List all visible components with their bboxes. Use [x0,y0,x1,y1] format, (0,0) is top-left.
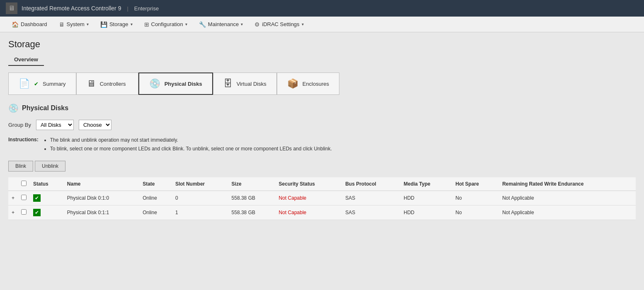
row-expand-0[interactable]: + [8,191,18,205]
row-status-1: ✔ [30,205,64,220]
table-row: + ✔ Physical Disk 0:1:1 Online 1 558.38 … [8,205,636,220]
tile-physical-disks-label: Physical Disks [165,81,202,87]
tile-physical-disks[interactable]: 💿 Physical Disks [138,72,213,95]
row-status-0: ✔ [30,191,64,205]
status-ok-icon-0: ✔ [33,194,41,202]
maintenance-chevron: ▾ [241,22,243,27]
row-security-0: Not Capable [276,191,342,205]
idrac-settings-chevron: ▾ [302,22,304,27]
col-security-status: Security Status [276,177,342,191]
row-checkbox-0[interactable] [21,195,27,200]
instructions-list: The blink and unblink operation may not … [43,137,332,154]
row-size-1: 558.38 GB [228,205,276,220]
page-content: Storage Overview 📄 ✔ Summary 🖥 Controlle… [0,32,644,227]
unblink-button[interactable]: Unblink [35,161,65,172]
tile-virtual-disks-label: Virtual Disks [237,81,266,87]
row-media-type-0: HDD [400,191,452,205]
row-slot-0: 0 [172,191,228,205]
tile-enclosures-label: Enclosures [303,81,329,87]
tile-controllers-label: Controllers [100,81,126,87]
nav-idrac-settings-label: iDRAC Settings [262,21,299,27]
tile-enclosures[interactable]: 📦 Enclosures [277,72,339,95]
row-name-1: Physical Disk 0:1:1 [64,205,139,220]
tile-summary[interactable]: 📄 ✔ Summary [8,72,76,95]
idrac-settings-icon: ⚙ [254,21,260,28]
row-remaining-1: Not Applicable [499,205,636,220]
nav-storage-label: Storage [109,21,128,27]
tab-overview[interactable]: Overview [8,54,44,66]
select-all-checkbox[interactable] [21,181,27,186]
section-tiles: 📄 ✔ Summary 🖥 Controllers 💿 Physical Dis… [8,72,636,95]
separator: | [127,5,128,12]
row-security-1: Not Capable [276,205,342,220]
storage-icon: 💾 [100,21,107,28]
col-bus-protocol: Bus Protocol [342,177,400,191]
table-row: + ✔ Physical Disk 0:1:0 Online 0 558.38 … [8,191,636,205]
section-header: 💿 Physical Disks [8,103,636,113]
nav-system[interactable]: 🖥 System ▾ [53,18,94,31]
status-ok-icon-1: ✔ [33,209,41,216]
configuration-icon: ⊞ [144,21,149,28]
summary-icon: 📄 [19,78,30,89]
enclosures-icon: 📦 [287,78,298,89]
blink-button[interactable]: Blink [8,161,33,172]
nav-idrac-settings[interactable]: ⚙ iDRAC Settings ▾ [249,18,309,31]
maintenance-icon: 🔧 [199,21,206,28]
instructions-label: Instructions: [8,137,39,154]
section-header-icon: 💿 [8,103,19,113]
nav-maintenance-label: Maintenance [208,21,239,27]
col-remaining-rated: Remaining Rated Write Endurance [499,177,636,191]
row-bus-protocol-1: SAS [342,205,400,220]
page-title: Storage [8,39,636,50]
nav-configuration-label: Configuration [151,21,183,27]
row-hot-spare-1: No [452,205,499,220]
row-state-0: Online [139,191,172,205]
app-title: Integrated Remote Access Controller 9 [22,5,121,12]
tile-summary-label: Summary [43,81,66,87]
instructions-row: Instructions: The blink and unblink oper… [8,137,636,154]
nav-dashboard[interactable]: 🏠 Dashboard [6,18,53,31]
filter-row: Group By All Disks Status Controller Cho… [8,120,636,130]
row-name-0: Physical Disk 0:1:0 [64,191,139,205]
col-size: Size [228,177,276,191]
row-remaining-0: Not Applicable [499,191,636,205]
row-checkbox-cell-1[interactable] [18,205,30,220]
tile-controllers[interactable]: 🖥 Controllers [76,72,138,95]
top-bar: 🖥 Integrated Remote Access Controller 9 … [0,0,644,17]
col-state: State [139,177,172,191]
nav-bar: 🏠 Dashboard 🖥 System ▾ 💾 Storage ▾ ⊞ Con… [0,17,644,32]
col-slot-number: Slot Number [172,177,228,191]
row-checkbox-1[interactable] [21,209,27,215]
tile-virtual-disks[interactable]: 🗄 Virtual Disks [213,72,277,95]
nav-storage[interactable]: 💾 Storage ▾ [94,18,138,31]
physical-disks-icon: 💿 [149,78,160,89]
dashboard-icon: 🏠 [12,21,19,28]
disk-table-body: + ✔ Physical Disk 0:1:0 Online 0 558.38 … [8,191,636,220]
section-header-title: Physical Disks [22,104,68,112]
row-state-1: Online [139,205,172,220]
summary-check-icon: ✔ [34,81,39,87]
row-expand-1[interactable]: + [8,205,18,220]
row-bus-protocol-0: SAS [342,191,400,205]
col-hot-spare: Hot Spare [452,177,499,191]
col-expand [8,177,18,191]
app-icon: 🖥 [6,2,17,14]
col-name: Name [64,177,139,191]
instruction-item-1: The blink and unblink operation may not … [50,137,332,144]
group-by-select[interactable]: All Disks Status Controller [36,120,74,130]
disks-table: Status Name State Slot Number Size Secur… [8,177,636,220]
nav-maintenance[interactable]: 🔧 Maintenance ▾ [193,18,249,31]
instruction-item-2: To blink, select one or more component L… [50,145,332,152]
row-size-0: 558.38 GB [228,191,276,205]
app-edition: Enterprise [134,5,159,12]
row-checkbox-cell-0[interactable] [18,191,30,205]
virtual-disks-icon: 🗄 [223,78,232,89]
col-status: Status [30,177,64,191]
choose-select[interactable]: Choose [79,120,111,130]
controllers-icon: 🖥 [87,78,96,89]
group-by-label: Group By [8,122,31,128]
system-icon: 🖥 [59,21,65,28]
nav-configuration[interactable]: ⊞ Configuration ▾ [138,18,193,31]
storage-chevron: ▾ [131,22,133,27]
table-header-row: Status Name State Slot Number Size Secur… [8,177,636,191]
